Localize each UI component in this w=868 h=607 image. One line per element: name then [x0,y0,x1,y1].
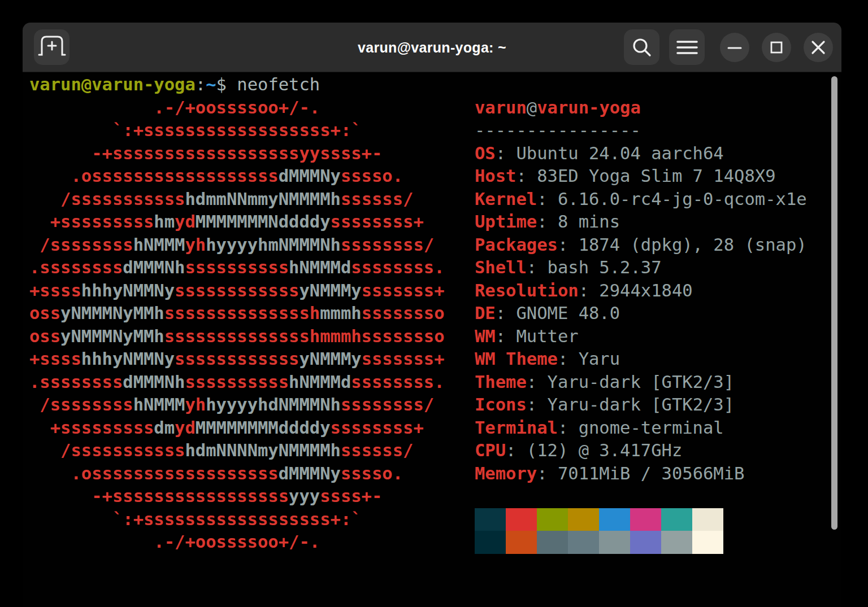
palette-swatch [661,531,692,554]
info-row: Terminal: gnome-terminal [475,417,807,440]
maximize-button[interactable] [762,33,791,62]
search-icon [624,29,660,65]
window-title: varun@varun-yoga: ~ [358,39,506,55]
ascii-art-line: /sssssssshNMMMyhhyyyyhmNMMMNhssssssss/ [29,234,445,257]
ascii-art-line: .ossssssssssssssssssdMMMNysssso. [29,462,445,486]
ascii-art-line: /sssssssshNMMMyhhyyyyhdNMMMNhssssssss/ [29,394,445,417]
palette-swatch [506,508,537,531]
ascii-art-line: ossyNMMMNyMMhsssssssssssssshmmmhssssssso [29,302,445,325]
info-row: Resolution: 2944x1840 [475,280,807,303]
info-row: Packages: 1874 (dpkg), 28 (snap) [475,234,807,257]
info-row: OS: Ubuntu 24.04 aarch64 [475,142,807,165]
palette-swatch [568,508,599,531]
shell-prompt: varun@varun-yoga:~$ neofetch [29,73,320,97]
menu-button[interactable] [669,29,705,65]
scrollbar-thumb[interactable] [831,76,837,530]
palette-row2 [475,531,807,554]
palette-swatch [537,531,568,554]
palette-swatch [506,531,537,554]
info-header-host: varun-yoga [537,98,641,117]
blank-line [475,485,807,508]
palette-swatch [630,508,661,531]
new-tab-icon [34,29,70,65]
terminal-window: varun@varun-yoga: ~ [23,23,841,607]
ascii-art-line: `:+ssssssssssssssssss+:` [29,508,445,531]
ascii-art-line: /ssssssssssshdmmNNmmyNMMMMhssssss/ [29,188,445,211]
ascii-art-line: +sssshhhyNMMNyssssssssssssyNMMMysssssss+ [29,280,445,303]
info-header-user: varun [475,98,527,117]
prompt-colon: : [196,75,206,94]
ascii-art-line: ossyNMMMNyMMhsssssssssssssshmmmhssssssso [29,325,445,348]
info-row: Shell: bash 5.2.37 [475,256,807,280]
palette-swatch [599,531,630,554]
palette-swatch [537,508,568,531]
palette-swatch [661,508,692,531]
info-row: Kernel: 6.16.0-rc4-jg-0-qcom-x1e [475,188,807,211]
info-row: CPU: (12) @ 3.417GHz [475,439,807,462]
close-button[interactable] [804,33,833,62]
palette-row1 [475,508,807,531]
info-row: Theme: Yaru-dark [GTK2/3] [475,371,807,394]
info-rows: OS: Ubuntu 24.04 aarch64Host: 83ED Yoga … [475,142,807,486]
palette-swatch [568,531,599,554]
palette-swatch [692,531,723,554]
ascii-art-line: -+ssssssssssssssssssyyssss+- [29,142,445,165]
menu-icon [669,29,705,65]
palette-swatch [599,508,630,531]
prompt-dollar: $ [216,75,237,94]
info-header: varun@varun-yoga [475,97,807,120]
ascii-art: .-/+oossssoo+/-. `:+ssssssssssssssssss+:… [29,97,445,554]
info-row: Uptime: 8 mins [475,211,807,234]
ascii-art-line: .ssssssssdMMMNhsssssssssshNMMMdssssssss. [29,256,445,280]
close-icon [804,33,833,62]
ascii-art-line: .-/+oossssoo+/-. [29,97,445,120]
info-row: WM: Mutter [475,325,807,348]
ascii-art-line: .ssssssssdMMMNhsssssssssshNMMMdssssssss. [29,371,445,394]
ascii-art-line: /ssssssssssshdmNNNNmyNMMMMhssssss/ [29,439,445,462]
info-row: Icons: Yaru-dark [GTK2/3] [475,394,807,417]
palette-swatch [475,508,506,531]
minimize-icon [720,33,749,62]
terminal-content[interactable]: varun@varun-yoga:~$ neofetch .-/+oosssso… [23,72,841,607]
ascii-art-line: +sssshhhyNMMNyssssssssssssyNMMMysssssss+ [29,348,445,371]
info-row: Host: 83ED Yoga Slim 7 14Q8X9 [475,165,807,188]
info-row: DE: GNOME 48.0 [475,302,807,325]
neofetch-info: varun@varun-yoga ---------------- OS: Ub… [475,97,807,554]
prompt-command: neofetch [237,75,320,94]
prompt-path: ~ [206,75,216,94]
minimize-button[interactable] [720,33,749,62]
prompt-user-host: varun@varun-yoga [29,75,196,94]
ascii-art-line: +ssssssssshmydMMMMMMMNddddyssssssss+ [29,211,445,234]
ascii-art-line: .ossssssssssssssssssdMMMNysssso. [29,165,445,188]
info-row: Memory: 7011MiB / 30566MiB [475,462,807,486]
palette-swatch [475,531,506,554]
info-separator: ---------------- [475,119,807,142]
titlebar: varun@varun-yoga: ~ [23,23,841,72]
info-row: WM Theme: Yaru [475,348,807,371]
ascii-art-line: `:+ssssssssssssssssss+:` [29,119,445,142]
palette-swatch [692,508,723,531]
ascii-art-line: -+sssssssssssssssssyyyssss+- [29,485,445,508]
ascii-art-line: .-/+oossssoo+/-. [29,531,445,554]
titlebar-controls [624,29,833,65]
ascii-art-line: +sssssssssdmydMMMMMMMMddddyssssssss+ [29,417,445,440]
info-header-at: @ [527,98,537,117]
palette-swatch [630,531,661,554]
maximize-icon [762,33,791,62]
new-tab-button[interactable] [34,29,70,65]
search-button[interactable] [624,29,659,65]
